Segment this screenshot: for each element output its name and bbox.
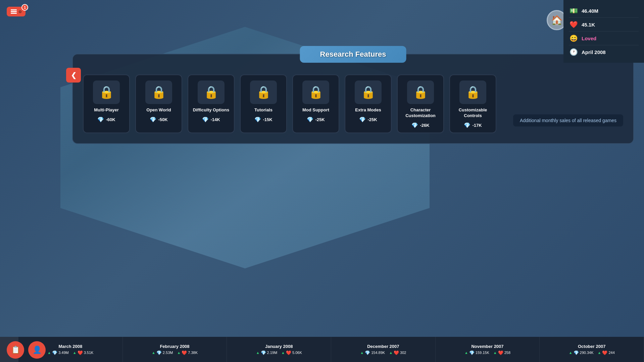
gem-small-icon: 💎: [261, 350, 266, 355]
lock-icon: 🔒: [151, 85, 166, 99]
record-icon: [19, 10, 21, 13]
feature-cost: 💎 -17K: [464, 122, 482, 128]
gem-small-icon: 💎: [365, 350, 370, 355]
feature-card-open-world[interactable]: 🔒 Open World 💎 -50K: [135, 74, 182, 133]
heart-small-icon: ❤️: [78, 350, 83, 355]
lock-icon: 🔒: [465, 85, 481, 99]
gem-icon: 💎: [254, 116, 261, 123]
month-stats: ▲ 💎 2.19M ▲ ❤️ 5.06K: [256, 350, 302, 355]
mood-stat-row: 😄 Loved: [569, 32, 639, 45]
feature-cost: 💎 -25K: [359, 116, 377, 123]
month-stats: ▲ 💎 159.15K ▲ ❤️ 258: [464, 350, 510, 355]
feature-cost: 💎 -25K: [307, 116, 325, 123]
up-arrow-icon: ▲: [256, 351, 260, 355]
notification-icon[interactable]: 1: [7, 7, 26, 16]
cost-value: -25K: [315, 117, 325, 122]
month-sales: ▲ 💎 154.89K: [360, 350, 385, 355]
lock-icon: 🔒: [204, 85, 219, 99]
up-arrow-icon-2: ▲: [598, 351, 601, 355]
gem-icon: 💎: [464, 122, 470, 128]
feature-name: Character Customization: [402, 107, 439, 119]
report-button[interactable]: 📋: [7, 341, 24, 359]
month-sales: ▲ 💎 2.53M: [152, 350, 173, 355]
lock-icon: 🔒: [256, 85, 271, 99]
gem-small-icon: 💎: [156, 350, 162, 355]
lock-icon-box: 🔒: [302, 81, 329, 104]
clock-icon: 🕐: [569, 47, 578, 57]
cost-value: -15K: [263, 117, 272, 122]
month-fans: ▲ ❤️ 7.38K: [177, 350, 198, 355]
month-stats: ▲ 💎 290.34K ▲ ❤️ 244: [569, 350, 615, 355]
lock-icon-box: 🔒: [250, 81, 277, 104]
gem-small-icon: 💎: [52, 350, 57, 355]
month-fans: ▲ ❤️ 258: [493, 350, 510, 355]
fans-value: 302: [400, 351, 406, 355]
date-stat-row: 🕐 April 2008: [569, 45, 639, 59]
feature-card-character-customization[interactable]: 🔒 Character Customization 💎 -26K: [397, 74, 444, 133]
feature-card-difficulty-options[interactable]: 🔒 Difficulty Options 💎 -14K: [188, 74, 235, 133]
gem-icon: 💎: [307, 116, 313, 123]
month-label: October 2007: [578, 344, 605, 349]
month-stats: ▲ 💎 154.89K ▲ ❤️ 302: [360, 350, 406, 355]
up-arrow-icon-2: ▲: [281, 351, 285, 355]
person-button[interactable]: 👤: [28, 341, 46, 359]
lock-icon-box: 🔒: [407, 81, 434, 104]
feature-card-customizable-controls[interactable]: 🔒 Customizable Controls 💎 -17K: [449, 74, 496, 133]
fans-icon: ❤️: [569, 20, 578, 29]
timeline-bar: ❯ March 2008 ▲ 💎 3.49M ▲ ❤️ 3.51K Februa…: [0, 337, 644, 362]
lock-icon-box: 🔒: [198, 81, 225, 104]
notification-count: 1: [21, 4, 28, 11]
cost-value: -14K: [210, 117, 220, 122]
feature-name: Difficulty Options: [193, 107, 229, 113]
month-sales: ▲ 💎 2.19M: [256, 350, 277, 355]
month-label: February 2008: [160, 344, 189, 349]
timeline-month: February 2008 ▲ 💎 2.53M ▲ ❤️ 7.38K: [123, 337, 227, 362]
stats-panel: 💵 46.40M ❤️ 45.1K 😄 Loved 🕐 April 2008: [563, 0, 644, 63]
gem-icon: 💎: [202, 116, 209, 123]
up-arrow-icon: ▲: [360, 351, 364, 355]
month-fans: ▲ ❤️ 302: [389, 350, 406, 355]
feature-card-mod-support[interactable]: 🔒 Mod Support 💎 -25K: [292, 74, 339, 133]
sales-value: 159.15K: [476, 351, 489, 355]
timeline-month: November 2007 ▲ 💎 159.15K ▲ ❤️ 258: [436, 337, 540, 362]
gem-small-icon: 💎: [574, 350, 579, 355]
footer-info-text: Additional monthly sales of all released…: [520, 118, 616, 123]
feature-card-multi-player[interactable]: 🔒 Multi-Player 💎 -60K: [83, 74, 130, 133]
up-arrow-icon: ▲: [464, 351, 468, 355]
lock-icon-box: 🔒: [145, 81, 172, 104]
cost-value: -60K: [106, 117, 115, 122]
month-fans: ▲ ❤️ 3.51K: [73, 350, 94, 355]
bottom-left-buttons: 📋 👤: [7, 341, 46, 359]
footer-info: Additional monthly sales of all released…: [513, 114, 623, 126]
month-fans: ▲ ❤️ 244: [598, 350, 615, 355]
money-icon: 💵: [569, 6, 578, 15]
fans-value: 3.51K: [84, 351, 94, 355]
lock-icon: 🔒: [308, 85, 324, 99]
feature-cost: 💎 -14K: [202, 116, 220, 123]
cost-value: -25K: [367, 117, 377, 122]
cost-value: -17K: [472, 123, 482, 128]
feature-name: Tutorials: [254, 107, 273, 113]
feature-cost: 💎 -60K: [97, 116, 115, 123]
fans-value: 45.1K: [582, 22, 595, 28]
heart-small-icon: ❤️: [182, 350, 187, 355]
month-label: March 2008: [58, 344, 82, 349]
gem-icon: 💎: [411, 122, 418, 128]
fans-value: 244: [608, 351, 614, 355]
feature-card-tutorials[interactable]: 🔒 Tutorials 💎 -15K: [240, 74, 287, 133]
cost-value: -26K: [420, 123, 429, 128]
lock-icon: 🔒: [99, 85, 114, 99]
month-label: December 2007: [367, 344, 399, 349]
feature-card-extra-modes[interactable]: 🔒 Extra Modes 💎 -25K: [345, 74, 392, 133]
notification-area: 1: [7, 7, 26, 16]
month-sales: ▲ 💎 3.49M: [47, 350, 68, 355]
sales-value: 290.34K: [580, 351, 594, 355]
sales-value: 2.53M: [163, 351, 173, 355]
fans-value: 7.38K: [188, 351, 198, 355]
heart-small-icon: ❤️: [602, 350, 607, 355]
up-arrow-icon: ▲: [569, 351, 573, 355]
month-stats: ▲ 💎 2.53M ▲ ❤️ 7.38K: [152, 350, 198, 355]
back-button[interactable]: ❮: [66, 68, 81, 83]
home-icon: 🏠: [551, 15, 563, 26]
lock-icon-box: 🔒: [459, 81, 486, 104]
